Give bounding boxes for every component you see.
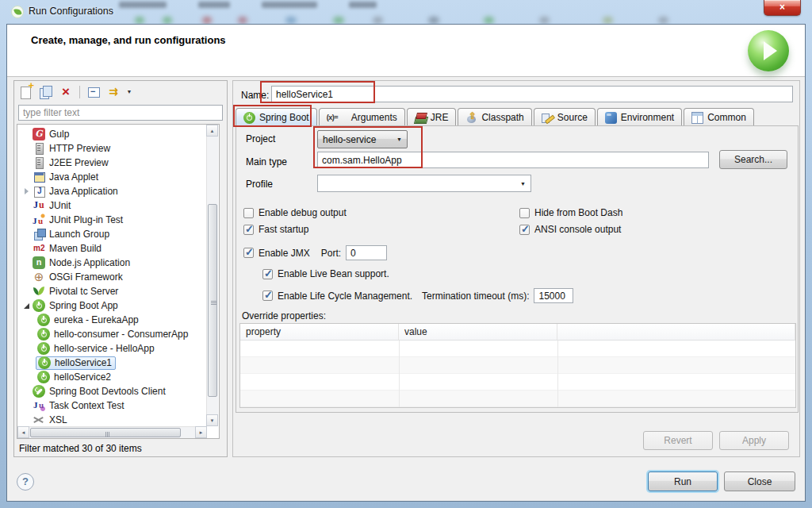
spring-boot-icon [33, 299, 45, 312]
filter-status-text: Filter matched 30 of 30 items [19, 443, 142, 454]
profile-label: Profile [246, 179, 273, 190]
tree-item[interactable]: hello-service - HelloApp [17, 341, 206, 356]
tab-label: Environment [621, 112, 674, 123]
enable-jmx-checkbox-row[interactable]: Enable JMX Port: [243, 245, 387, 260]
blurred-menu [119, 2, 167, 8]
run-sphere-icon [748, 30, 789, 71]
column-header-property[interactable]: property [240, 324, 399, 341]
tree-item[interactable]: Gulp [17, 127, 206, 141]
blurred-toolbar-icon [658, 17, 668, 24]
tree-item[interactable]: J2EE Preview [17, 156, 206, 170]
checkbox-checked[interactable] [243, 225, 254, 235]
name-input[interactable] [271, 86, 793, 102]
run-configurations-window: Run Configurations × Create, manage, and… [0, 0, 812, 508]
checkbox[interactable] [243, 208, 254, 218]
close-window-button[interactable]: × [764, 0, 801, 16]
profile-combo[interactable]: ▼ [317, 175, 531, 192]
scroll-up-icon[interactable]: ▲ [206, 125, 218, 137]
checkbox-label: Enable JMX [259, 248, 310, 259]
tree-item[interactable]: Java Application [17, 184, 206, 198]
main-type-input[interactable] [317, 152, 709, 168]
apply-button[interactable]: Apply [719, 431, 789, 450]
view-menu-chevron-icon[interactable]: ▼ [124, 83, 134, 101]
tree-item[interactable]: JUnit Plug-in Test [17, 213, 206, 227]
tab-spring-boot[interactable]: Spring Boot [236, 108, 317, 126]
blurred-toolbar-icon [285, 17, 297, 24]
table-row[interactable] [240, 341, 795, 357]
tree-item[interactable]: hello-consumer - ConsumerApp [17, 327, 206, 341]
tab-bar: Spring Boot Arguments JRE Classpath Sour… [236, 107, 754, 126]
tab-label: Source [557, 112, 588, 123]
tree-item[interactable]: Node.js Application [17, 256, 206, 270]
tab-common[interactable]: Common [684, 108, 754, 126]
java-applet-icon [33, 171, 45, 183]
close-button[interactable]: Close [724, 471, 795, 491]
tree-item[interactable]: HTTP Preview [17, 141, 206, 156]
scrollbar-thumb[interactable] [208, 204, 217, 397]
scrollbar-thumb[interactable] [30, 428, 181, 437]
scroll-right-icon[interactable]: ► [195, 426, 207, 438]
tree-item[interactable]: eureka - EurekaApp [17, 313, 206, 327]
project-combo[interactable]: hello-service▼ [317, 130, 408, 148]
tree-item[interactable]: Launch Group [17, 227, 206, 241]
expand-arrow-icon[interactable] [21, 186, 33, 197]
spring-boot-tab-content: Project hello-service▼ Main type Search.… [236, 125, 799, 413]
tab-jre[interactable]: JRE [407, 108, 457, 126]
table-row[interactable] [240, 374, 795, 391]
tree-item[interactable]: JUnit [17, 198, 206, 213]
tab-environment[interactable]: Environment [597, 108, 682, 126]
spring-boot-icon [38, 356, 51, 369]
tree-vertical-scrollbar[interactable]: ▲ ▼ [206, 125, 218, 426]
blurred-menu [198, 2, 230, 8]
collapse-all-icon[interactable] [85, 83, 102, 101]
scroll-left-icon[interactable]: ◄ [17, 426, 29, 438]
table-row[interactable] [240, 357, 795, 374]
scroll-down-icon[interactable]: ▼ [206, 414, 218, 426]
environment-icon [605, 112, 617, 124]
run-button[interactable]: Run [648, 471, 718, 491]
tree-item-selected[interactable]: helloService1 [17, 356, 206, 370]
checkbox-checked[interactable] [519, 225, 530, 235]
filter-input[interactable] [18, 105, 223, 121]
configurations-panel: × ⇉ ▼ Gulp HTTP Preview J2EE Preview Jav… [13, 80, 228, 457]
search-button[interactable]: Search... [719, 150, 787, 169]
checkbox-label: Enable debug output [259, 207, 347, 218]
live-bean-checkbox-row[interactable]: Enable Live Bean support. [262, 268, 389, 279]
fast-startup-checkbox-row[interactable]: Fast startup [243, 224, 308, 235]
tree-item[interactable]: OSGi Framework [17, 270, 206, 284]
delete-icon[interactable]: × [57, 83, 75, 101]
java-application-icon [33, 185, 45, 198]
lifecycle-checkbox-row[interactable]: Enable Life Cycle Management. Terminatio… [262, 288, 573, 303]
tree-item[interactable]: Java Applet [17, 170, 206, 184]
port-input[interactable] [346, 245, 387, 260]
tree-item[interactable]: XSL [17, 413, 206, 427]
tab-classpath[interactable]: Classpath [458, 108, 531, 126]
checkbox-checked[interactable] [243, 248, 254, 258]
tree-item[interactable]: Task Context Test [17, 398, 206, 413]
checkbox[interactable] [519, 208, 530, 218]
override-properties-table[interactable]: property value [239, 323, 796, 408]
termination-timeout-input[interactable] [534, 288, 573, 303]
tree-item[interactable]: Pivotal tc Server [17, 284, 206, 298]
checkbox-checked[interactable] [262, 291, 273, 301]
enable-debug-checkbox-row[interactable]: Enable debug output [243, 207, 347, 218]
filter-icon[interactable]: ⇉ [105, 83, 122, 101]
new-configuration-icon[interactable] [17, 83, 35, 101]
tree-item[interactable]: Spring Boot App [17, 298, 206, 313]
collapse-arrow-icon[interactable] [21, 300, 33, 311]
help-button[interactable]: ? [17, 473, 34, 491]
ansi-console-checkbox-row[interactable]: ANSI console output [519, 224, 621, 235]
tree-item[interactable]: Spring Boot Devtools Client [17, 384, 206, 398]
server-icon [33, 142, 45, 155]
column-header-value[interactable]: value [399, 324, 557, 341]
tab-source[interactable]: Source [534, 108, 596, 126]
tree-item[interactable]: helloService2 [17, 370, 206, 384]
table-row[interactable] [240, 391, 795, 407]
duplicate-icon[interactable] [37, 83, 55, 101]
revert-button[interactable]: Revert [643, 431, 713, 450]
tree-horizontal-scrollbar[interactable]: ◄ ► [17, 426, 207, 438]
hide-boot-dash-checkbox-row[interactable]: Hide from Boot Dash [519, 207, 622, 218]
checkbox-checked[interactable] [262, 269, 273, 279]
tree-item[interactable]: Maven Build [17, 241, 206, 256]
tab-arguments[interactable]: Arguments [319, 108, 405, 126]
